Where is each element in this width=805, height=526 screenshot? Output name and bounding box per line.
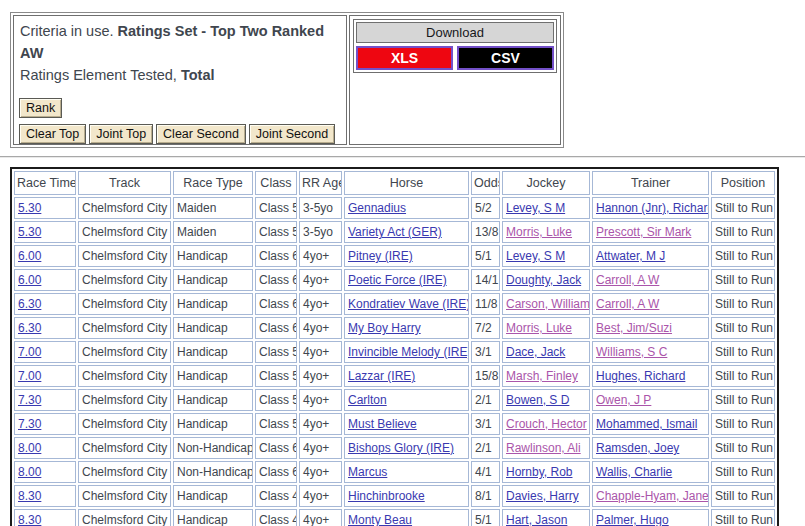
horse-cell: Lazzar (IRE) xyxy=(344,365,469,387)
race-time-link[interactable]: 6.30 xyxy=(18,297,41,311)
race-time-cell: 6.00 xyxy=(14,269,76,291)
clear-top-button[interactable]: Clear Top xyxy=(19,124,86,144)
table-row: 7.30Chelmsford CityHandicapClass 54yo+Ca… xyxy=(14,389,775,411)
race-time-link[interactable]: 6.30 xyxy=(18,321,41,335)
jockey-link[interactable]: Rawlinson, Ali xyxy=(506,441,581,455)
horizontal-divider xyxy=(0,156,805,158)
jockey-link[interactable]: Marsh, Finley xyxy=(506,369,578,383)
horse-link[interactable]: Must Believe xyxy=(348,417,417,431)
trainer-link[interactable]: Williams, S C xyxy=(596,345,667,359)
trainer-link[interactable]: Chapple-Hyam, Jane xyxy=(596,489,709,503)
trainer-link[interactable]: Wallis, Charlie xyxy=(596,465,672,479)
jockey-link[interactable]: Dace, Jack xyxy=(506,345,565,359)
column-header-race-time: Race Time xyxy=(14,171,76,195)
horse-link[interactable]: Bishops Glory (IRE) xyxy=(348,441,454,455)
race-time-link[interactable]: 6.00 xyxy=(18,249,41,263)
race-time-link[interactable]: 7.00 xyxy=(18,345,41,359)
track-cell: Chelmsford City xyxy=(78,365,171,387)
race-time-link[interactable]: 7.00 xyxy=(18,369,41,383)
trainer-link[interactable]: Hughes, Richard xyxy=(596,369,685,383)
jockey-cell: Levey, S M xyxy=(502,245,590,267)
rr-age-cell: 3-5yo xyxy=(299,221,342,243)
race-time-link[interactable]: 8.30 xyxy=(18,489,41,503)
jockey-link[interactable]: Doughty, Jack xyxy=(506,273,581,287)
class-cell: Class 5 xyxy=(255,221,297,243)
xls-download-button[interactable]: XLS xyxy=(356,46,453,70)
table-row: 7.30Chelmsford CityHandicapClass 54yo+Mu… xyxy=(14,413,775,435)
race-time-link[interactable]: 8.00 xyxy=(18,465,41,479)
horse-link[interactable]: Pitney (IRE) xyxy=(348,249,413,263)
jockey-link[interactable]: Crouch, Hector xyxy=(506,417,587,431)
position-cell: Still to Run xyxy=(711,413,775,435)
horse-link[interactable]: Poetic Force (IRE) xyxy=(348,273,447,287)
horse-link[interactable]: Lazzar (IRE) xyxy=(348,369,415,383)
horse-link[interactable]: Invincible Melody (IRE) xyxy=(348,345,469,359)
trainer-link[interactable]: Palmer, Hugo xyxy=(596,513,669,526)
track-cell: Chelmsford City xyxy=(78,509,171,526)
clear-second-button[interactable]: Clear Second xyxy=(156,124,246,144)
trainer-link[interactable]: Carroll, A W xyxy=(596,297,659,311)
jockey-link[interactable]: Levey, S M xyxy=(506,201,565,215)
class-cell: Class 5 xyxy=(255,365,297,387)
race-time-cell: 7.00 xyxy=(14,341,76,363)
race-time-link[interactable]: 8.00 xyxy=(18,441,41,455)
trainer-link[interactable]: Carroll, A W xyxy=(596,273,659,287)
track-cell: Chelmsford City xyxy=(78,485,171,507)
track-cell: Chelmsford City xyxy=(78,461,171,483)
joint-top-button[interactable]: Joint Top xyxy=(89,124,153,144)
rank-button[interactable]: Rank xyxy=(19,98,62,118)
csv-download-button[interactable]: CSV xyxy=(457,46,554,70)
jockey-link[interactable]: Bowen, S D xyxy=(506,393,569,407)
jockey-link[interactable]: Hornby, Rob xyxy=(506,465,572,479)
horse-link[interactable]: Gennadius xyxy=(348,201,406,215)
trainer-link[interactable]: Attwater, M J xyxy=(596,249,665,263)
horse-link[interactable]: Hinchinbrooke xyxy=(348,489,425,503)
track-cell: Chelmsford City xyxy=(78,197,171,219)
horse-link[interactable]: Variety Act (GER) xyxy=(348,225,442,239)
trainer-link[interactable]: Ramsden, Joey xyxy=(596,441,679,455)
trainer-link[interactable]: Hannon (Jnr), Richard xyxy=(596,201,709,215)
trainer-link[interactable]: Owen, J P xyxy=(596,393,651,407)
download-box: Download XLS CSV xyxy=(353,19,557,73)
trainer-link[interactable]: Mohammed, Ismail xyxy=(596,417,697,431)
horse-cell: Must Believe xyxy=(344,413,469,435)
race-time-link[interactable]: 6.00 xyxy=(18,273,41,287)
jockey-link[interactable]: Carson, William xyxy=(506,297,590,311)
race-type-cell: Handicap xyxy=(173,245,253,267)
jockey-link[interactable]: Levey, S M xyxy=(506,249,565,263)
jockey-link[interactable]: Morris, Luke xyxy=(506,225,572,239)
trainer-cell: Hannon (Jnr), Richard xyxy=(592,197,709,219)
column-header-track: Track xyxy=(78,171,171,195)
odds-cell: 8/1 xyxy=(471,485,500,507)
rr-age-cell: 4yo+ xyxy=(299,317,342,339)
jockey-cell: Marsh, Finley xyxy=(502,365,590,387)
position-cell: Still to Run xyxy=(711,485,775,507)
jockey-link[interactable]: Davies, Harry xyxy=(506,489,579,503)
odds-cell: 3/1 xyxy=(471,413,500,435)
race-time-link[interactable]: 5.30 xyxy=(18,225,41,239)
trainer-link[interactable]: Best, Jim/Suzi xyxy=(596,321,672,335)
horse-link[interactable]: Monty Beau xyxy=(348,513,412,526)
race-time-link[interactable]: 8.30 xyxy=(18,513,41,526)
horse-link[interactable]: Carlton xyxy=(348,393,387,407)
horse-link[interactable]: My Boy Harry xyxy=(348,321,421,335)
jockey-link[interactable]: Morris, Luke xyxy=(506,321,572,335)
race-time-link[interactable]: 7.30 xyxy=(18,393,41,407)
race-time-link[interactable]: 5.30 xyxy=(18,201,41,215)
horse-link[interactable]: Kondratiev Wave (IRE) xyxy=(348,297,469,311)
horse-cell: Gennadius xyxy=(344,197,469,219)
horse-link[interactable]: Marcus xyxy=(348,465,387,479)
horse-cell: Invincible Melody (IRE) xyxy=(344,341,469,363)
table-row: 6.00Chelmsford CityHandicapClass 64yo+Pi… xyxy=(14,245,775,267)
trainer-link[interactable]: Prescott, Sir Mark xyxy=(596,225,691,239)
jockey-link[interactable]: Hart, Jason xyxy=(506,513,567,526)
position-cell: Still to Run xyxy=(711,293,775,315)
position-cell: Still to Run xyxy=(711,317,775,339)
trainer-cell: Best, Jim/Suzi xyxy=(592,317,709,339)
rr-age-cell: 4yo+ xyxy=(299,413,342,435)
race-time-link[interactable]: 7.30 xyxy=(18,417,41,431)
track-cell: Chelmsford City xyxy=(78,317,171,339)
trainer-cell: Mohammed, Ismail xyxy=(592,413,709,435)
joint-second-button[interactable]: Joint Second xyxy=(249,124,335,144)
rr-age-cell: 4yo+ xyxy=(299,485,342,507)
